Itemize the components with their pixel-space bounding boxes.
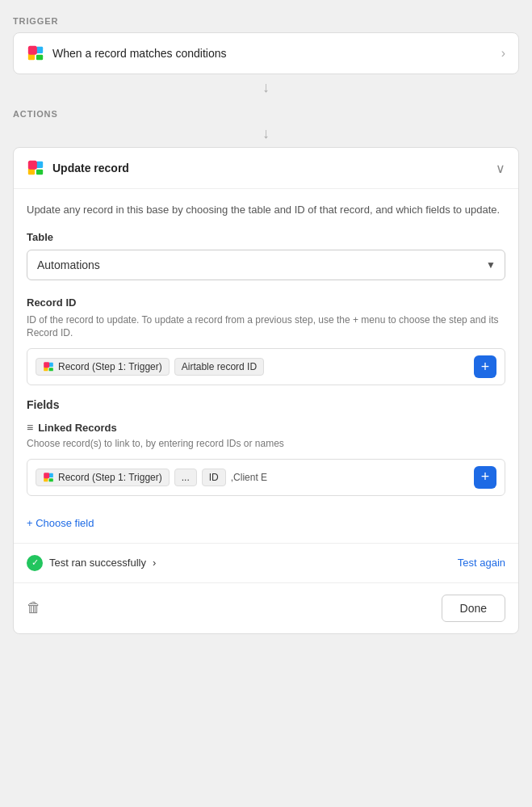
record-id-token-airtable[interactable]: Airtable record ID bbox=[174, 358, 264, 376]
test-chevron: › bbox=[153, 557, 156, 569]
trigger-section: TRIGGER When a record matches conditions… bbox=[13, 16, 519, 74]
table-label: Table bbox=[27, 231, 505, 243]
linked-token-step1[interactable]: Record (Step 1: Trigger) bbox=[36, 469, 170, 486]
svg-rect-4 bbox=[36, 162, 43, 168]
test-success-icon: ✓ bbox=[27, 555, 43, 571]
actions-section: ACTIONS ↓ Update record ∨ Update any rec… bbox=[13, 109, 519, 634]
update-card-header[interactable]: Update record ∨ bbox=[14, 148, 518, 189]
update-card-title: Update record bbox=[52, 162, 129, 174]
trigger-to-actions-arrow: ↓ bbox=[13, 79, 519, 96]
trigger-card-text: When a record matches conditions bbox=[52, 47, 227, 60]
table-select-wrapper: Automations ▼ bbox=[27, 250, 505, 280]
svg-rect-8 bbox=[49, 368, 53, 371]
chevron-down-icon: ∨ bbox=[496, 161, 505, 176]
test-success-text: Test ran successfully bbox=[49, 557, 146, 569]
linked-token-row: Record (Step 1: Trigger) ... ID ,Client … bbox=[27, 459, 505, 496]
test-again-button[interactable]: Test again bbox=[458, 557, 505, 569]
update-description: Update any record in this base by choosi… bbox=[27, 202, 505, 218]
linked-token-client: ,Client E bbox=[231, 472, 267, 483]
test-row: ✓ Test ran successfully › Test again bbox=[14, 543, 518, 582]
svg-rect-10 bbox=[49, 473, 53, 477]
fields-label: Fields bbox=[27, 398, 505, 411]
trigger-card-left: When a record matches conditions bbox=[27, 44, 227, 62]
record-id-token-step1[interactable]: Record (Step 1: Trigger) bbox=[36, 358, 170, 376]
actions-arrow: ↓ bbox=[13, 125, 519, 142]
table-select[interactable]: Automations bbox=[27, 250, 505, 280]
choose-field-link[interactable]: + Choose field bbox=[27, 517, 94, 529]
svg-rect-11 bbox=[49, 478, 53, 481]
linked-token-ellipsis[interactable]: ... bbox=[174, 469, 197, 486]
actions-label: ACTIONS bbox=[13, 109, 519, 119]
linked-records-icon: ≡ bbox=[27, 421, 33, 434]
svg-rect-7 bbox=[49, 363, 53, 367]
linked-add-button[interactable]: + bbox=[474, 466, 496, 489]
update-airtable-logo-icon bbox=[27, 159, 44, 177]
svg-rect-2 bbox=[36, 55, 43, 60]
update-card-header-left: Update record bbox=[27, 159, 129, 177]
svg-rect-5 bbox=[36, 170, 43, 174]
done-button[interactable]: Done bbox=[442, 595, 505, 622]
trigger-label: TRIGGER bbox=[13, 16, 519, 26]
linked-records-description: Choose record(s) to link to, by entering… bbox=[27, 437, 505, 451]
chevron-right-icon: › bbox=[501, 46, 505, 61]
record-id-description: ID of the record to update. To update a … bbox=[27, 313, 505, 341]
linked-token-airtable-icon bbox=[43, 472, 54, 483]
airtable-logo-icon bbox=[27, 44, 44, 62]
linked-token-id[interactable]: ID bbox=[202, 469, 226, 486]
record-id-token-row: Record (Step 1: Trigger) Airtable record… bbox=[27, 348, 505, 385]
update-card-body: Update any record in this base by choosi… bbox=[14, 189, 518, 543]
record-id-label: Record ID bbox=[27, 296, 505, 309]
trigger-card[interactable]: When a record matches conditions › bbox=[13, 32, 519, 74]
linked-records-label: Linked Records bbox=[38, 422, 117, 434]
trash-icon[interactable]: 🗑 bbox=[27, 599, 41, 616]
svg-rect-1 bbox=[36, 47, 43, 53]
test-success-row[interactable]: ✓ Test ran successfully › bbox=[27, 555, 156, 571]
footer-row: 🗑 Done bbox=[14, 582, 518, 633]
update-record-card: Update record ∨ Update any record in thi… bbox=[13, 147, 519, 634]
token-airtable-icon bbox=[43, 361, 54, 372]
linked-records-row: ≡ Linked Records bbox=[27, 421, 505, 434]
record-id-add-button[interactable]: + bbox=[474, 355, 496, 378]
